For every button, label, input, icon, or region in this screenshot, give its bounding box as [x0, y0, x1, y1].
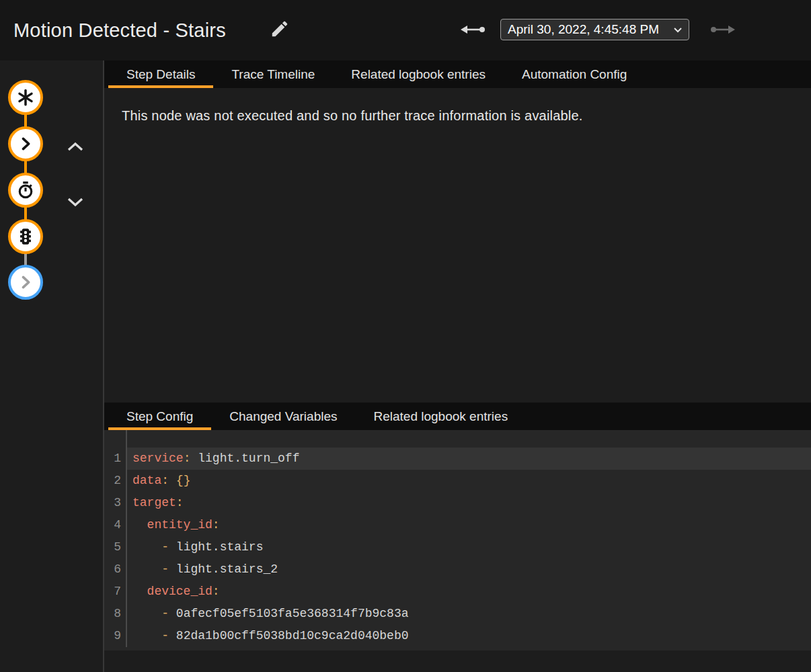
line-number: 9: [104, 625, 127, 647]
token-punct: :: [213, 585, 220, 598]
token-key: device_id: [147, 585, 213, 598]
code-line-4: 4 entity_id:: [104, 514, 811, 536]
previous-trace-button[interactable]: [459, 22, 488, 37]
code-line-8: 8 - 0afecf05ef5103fa5e368314f7b9c83a: [104, 603, 811, 625]
next-trace-button[interactable]: [708, 22, 736, 37]
ray-arrow-right-icon: [708, 29, 736, 39]
code-content: data: {}: [127, 470, 811, 492]
token-key: target: [132, 496, 176, 509]
tab-automation-config[interactable]: Automation Config: [504, 60, 645, 88]
token-punct: -: [161, 540, 169, 554]
code-content: service: light.turn_off: [127, 448, 811, 470]
line-number: 3: [104, 492, 127, 514]
step-config-tab-bar: Step ConfigChanged VariablesRelated logb…: [104, 403, 811, 430]
chevron-down-icon: [672, 22, 683, 38]
trace-header: Motion Detected - Stairs April 30, 2022,…: [0, 0, 811, 60]
code-content: - 0afecf05ef5103fa5e368314f7b9c83a: [127, 603, 811, 625]
code-line-5: 5 - light.stairs: [104, 536, 811, 558]
token-value: [132, 629, 161, 642]
chevron-up-icon: [67, 144, 84, 154]
line-number: 1: [104, 448, 127, 470]
code-content: device_id:: [127, 581, 811, 603]
token-value: [132, 518, 147, 532]
chevron-right-icon: [16, 273, 35, 292]
tab-related-logbook-entries[interactable]: Related logbook entries: [333, 60, 504, 88]
tab-step-config[interactable]: Step Config: [108, 403, 211, 430]
trace-tab-bar: Step DetailsTrace TimelineRelated logboo…: [104, 60, 811, 88]
automation-node-graph: [0, 60, 103, 672]
token-value: [132, 540, 161, 554]
code-content: entity_id:: [127, 514, 811, 536]
chevron-down-icon: [67, 200, 84, 210]
code-line-6: 6 - light.stairs_2: [104, 558, 811, 581]
token-punct: {}: [176, 474, 191, 487]
code-line-9: 9 - 82da1b00cff5038bd10c9ca2d040beb0: [104, 625, 811, 647]
gutter-spacer: [104, 430, 127, 448]
page-title: Motion Detected - Stairs: [13, 0, 226, 60]
tab-changed-variables[interactable]: Changed Variables: [211, 403, 355, 430]
token-value: light.turn_off: [190, 452, 299, 465]
line-number: 8: [104, 603, 127, 625]
token-value: [169, 474, 176, 487]
code-line-3: 3target:: [104, 492, 811, 514]
rename-automation-button[interactable]: [269, 19, 291, 40]
line-number: 5: [104, 536, 127, 558]
graph-node-delay[interactable]: [8, 173, 43, 208]
tab-related-logbook-entries[interactable]: Related logbook entries: [356, 403, 527, 430]
timer-icon: [15, 180, 36, 200]
token-punct: :: [213, 518, 220, 532]
code-line-2: 2data: {}: [104, 470, 811, 492]
yaml-code-editor[interactable]: 1service: light.turn_off2data: {}3target…: [104, 430, 811, 650]
code-spacer: [127, 430, 811, 448]
token-value: light.stairs_2: [169, 562, 278, 576]
token-punct: :: [161, 474, 169, 487]
token-key: service: [132, 452, 184, 465]
ray-arrow-left-icon: [459, 29, 488, 39]
pencil-icon: [270, 31, 290, 41]
token-punct: -: [161, 607, 169, 620]
token-value: [132, 562, 161, 576]
step-not-executed-message: This node was not executed and so no fur…: [122, 108, 787, 124]
line-number: 2: [104, 470, 127, 492]
trace-timestamp-select[interactable]: April 30, 2022, 4:45:48 PM: [500, 19, 689, 40]
graph-node-trigger[interactable]: [8, 80, 43, 115]
code-content: - 82da1b00cff5038bd10c9ca2d040beb0: [127, 625, 811, 647]
line-number: 6: [104, 558, 127, 581]
line-number: 7: [104, 581, 127, 603]
token-punct: :: [184, 452, 191, 465]
code-content: target:: [127, 492, 811, 514]
trace-timestamp-value: April 30, 2022, 4:45:48 PM: [508, 22, 672, 37]
token-value: 0afecf05ef5103fa5e368314f7b9c83a: [169, 607, 408, 620]
next-node-button[interactable]: [66, 197, 85, 209]
token-value: [132, 607, 161, 620]
code-content: - light.stairs: [127, 536, 811, 558]
previous-node-button[interactable]: [66, 141, 85, 153]
token-key: data: [132, 474, 161, 487]
token-value: 82da1b00cff5038bd10c9ca2d040beb0: [169, 629, 408, 642]
token-punct: -: [161, 629, 169, 642]
traffic-light-icon: [16, 227, 35, 246]
token-key: entity_id: [147, 518, 213, 532]
asterisk-icon: [15, 87, 36, 108]
code-line-7: 7 device_id:: [104, 581, 811, 603]
token-punct: -: [161, 562, 169, 576]
token-value: [132, 585, 147, 598]
token-punct: :: [176, 496, 184, 509]
tab-trace-timeline[interactable]: Trace Timeline: [213, 60, 333, 88]
chevron-right-icon: [16, 134, 35, 153]
graph-node-wait[interactable]: [8, 219, 43, 254]
graph-node-service-call[interactable]: [8, 265, 43, 300]
token-value: light.stairs: [169, 540, 263, 554]
tab-step-details[interactable]: Step Details: [108, 60, 213, 88]
line-number: 4: [104, 514, 127, 536]
graph-node-condition[interactable]: [8, 126, 43, 161]
code-content: - light.stairs_2: [127, 558, 811, 581]
code-line-1: 1service: light.turn_off: [104, 448, 811, 470]
